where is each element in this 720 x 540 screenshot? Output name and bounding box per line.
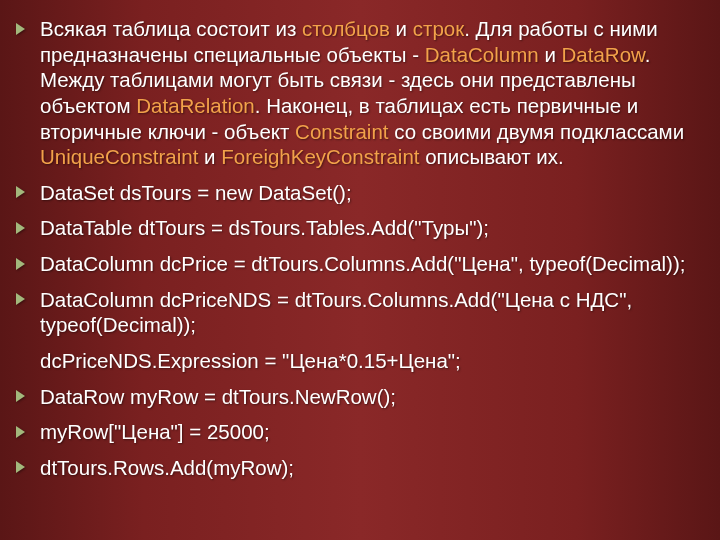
keyword-datarelation: DataRelation xyxy=(136,94,255,117)
text: Всякая таблица состоит из xyxy=(40,17,302,40)
code-line: DataRow myRow = dtTours.NewRow(); xyxy=(40,385,396,408)
bullet-intro: Всякая таблица состоит из столбцов и стр… xyxy=(10,16,692,170)
keyword-rows: строк xyxy=(413,17,464,40)
text: и xyxy=(539,43,562,66)
keyword-datarow: DataRow xyxy=(562,43,645,66)
text: и xyxy=(390,17,413,40)
keyword-constraint: Constraint xyxy=(295,120,388,143)
code-line: DataColumn dcPriceNDS = dtTours.Columns.… xyxy=(40,288,632,337)
bullet-code-5: DataRow myRow = dtTours.NewRow(); xyxy=(10,384,692,410)
keyword-uniqueconstraint: UniqueConstraint xyxy=(40,145,198,168)
bullet-list: Всякая таблица состоит из столбцов и стр… xyxy=(10,16,692,480)
bullet-code-2: DataTable dtTours = dsTours.Tables.Add("… xyxy=(10,215,692,241)
code-line: DataTable dtTours = dsTours.Tables.Add("… xyxy=(40,216,489,239)
bullet-code-7: dtTours.Rows.Add(myRow); xyxy=(10,455,692,481)
text: описывают их. xyxy=(420,145,564,168)
code-line: DataColumn dcPrice = dtTours.Columns.Add… xyxy=(40,252,685,275)
keyword-datacolumn: DataColumn xyxy=(425,43,539,66)
bullet-code-4b: dcPriceNDS.Expression = "Цена*0.15+Цена"… xyxy=(10,348,692,374)
bullet-code-4: DataColumn dcPriceNDS = dtTours.Columns.… xyxy=(10,287,692,338)
text: и xyxy=(198,145,221,168)
keyword-columns: столбцов xyxy=(302,17,390,40)
keyword-foreignkeyconstraint: ForeighKeyConstraint xyxy=(221,145,419,168)
slide: Всякая таблица состоит из столбцов и стр… xyxy=(0,0,720,540)
code-line: DataSet dsTours = new DataSet(); xyxy=(40,181,352,204)
bullet-code-1: DataSet dsTours = new DataSet(); xyxy=(10,180,692,206)
text: со своими двумя подклассами xyxy=(389,120,685,143)
code-line: myRow["Цена"] = 25000; xyxy=(40,420,270,443)
code-line: dtTours.Rows.Add(myRow); xyxy=(40,456,294,479)
bullet-code-3: DataColumn dcPrice = dtTours.Columns.Add… xyxy=(10,251,692,277)
code-line: dcPriceNDS.Expression = "Цена*0.15+Цена"… xyxy=(40,349,461,372)
bullet-code-6: myRow["Цена"] = 25000; xyxy=(10,419,692,445)
